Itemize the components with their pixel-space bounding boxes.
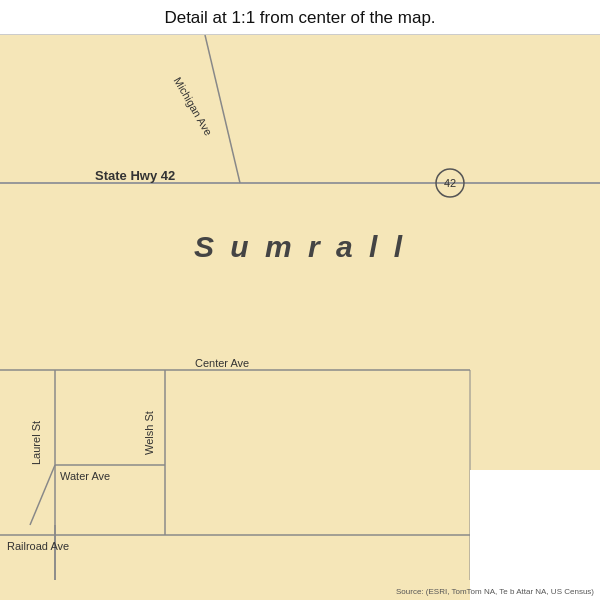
city-name: S u m r a l l [194, 230, 406, 264]
app: Detail at 1:1 from center of the map. [0, 0, 600, 600]
railroad-ave-label: Railroad Ave [7, 540, 69, 552]
svg-text:42: 42 [444, 177, 456, 189]
source-text: Source: (ESRI, TomTom NA, Te b Attar NA,… [396, 587, 594, 596]
water-ave-label: Water Ave [60, 470, 110, 482]
laurel-st-label: Laurel St [30, 421, 42, 465]
page-title: Detail at 1:1 from center of the map. [0, 0, 600, 35]
map-container: 42 S u m r a l l State Hwy 42 Michigan A… [0, 35, 600, 600]
center-ave-label: Center Ave [195, 357, 249, 369]
welsh-st-label: Welsh St [143, 411, 155, 455]
svg-line-1 [205, 35, 240, 183]
white-block-bottom-right [470, 470, 600, 600]
state-hwy-42-label: State Hwy 42 [95, 168, 175, 183]
svg-line-6 [30, 465, 55, 525]
